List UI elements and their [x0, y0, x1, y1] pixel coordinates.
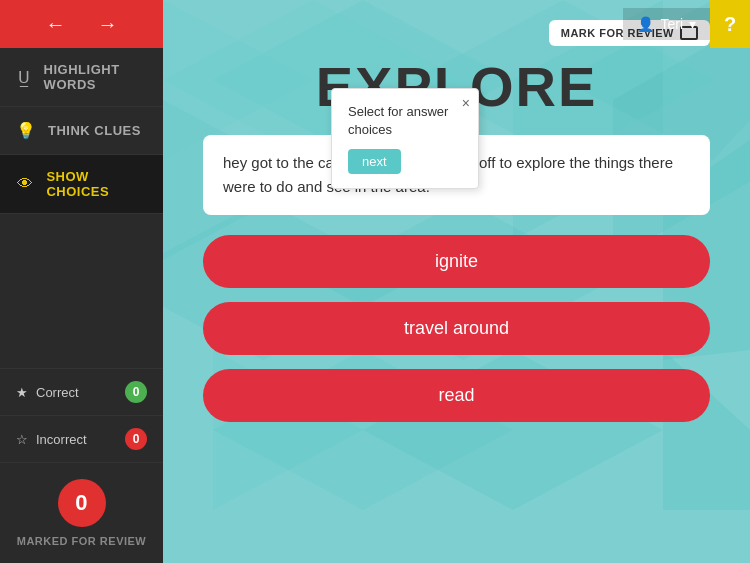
user-icon: 👤	[637, 16, 654, 32]
sidebar-item-show-choices[interactable]: 👁 SHOW CHOICES	[0, 155, 163, 214]
sidebar-item-label: HIGHLIGHT WORDS	[44, 62, 147, 92]
lightbulb-icon: 💡	[16, 121, 36, 140]
incorrect-score-item: ☆ Incorrect 0	[0, 415, 163, 462]
star-outline-icon: ☆	[16, 432, 28, 447]
incorrect-label: Incorrect	[36, 432, 87, 447]
choice-button-3[interactable]: read	[203, 369, 710, 422]
main-area: 👤 Teri ▾ ? MARK FOR REVIEW EXPLORE hey g…	[163, 0, 750, 563]
star-icon: ★	[16, 385, 28, 400]
marked-label: MARKED FOR REVIEW	[17, 535, 147, 547]
choice-button-1[interactable]: ignite	[203, 235, 710, 288]
nav-top: ← →	[0, 0, 163, 48]
correct-badge: 0	[125, 381, 147, 403]
user-name: Teri	[660, 16, 683, 32]
user-menu-button[interactable]: 👤 Teri ▾	[623, 8, 710, 40]
underline-icon: U̲	[16, 68, 32, 87]
tooltip-text: Select for answer choices	[348, 103, 462, 139]
sidebar: ← → U̲ HIGHLIGHT WORDS 💡 THINK CLUES 👁 S…	[0, 0, 163, 563]
main-content: MARK FOR REVIEW EXPLORE hey got to the c…	[163, 0, 750, 456]
correct-label: Correct	[36, 385, 79, 400]
forward-arrow-button[interactable]: →	[98, 13, 118, 36]
choice-button-2[interactable]: travel around	[203, 302, 710, 355]
sidebar-item-think-clues[interactable]: 💡 THINK CLUES	[0, 107, 163, 155]
sidebar-item-label: SHOW CHOICES	[46, 169, 147, 199]
tooltip-popup: × Select for answer choices next	[331, 88, 479, 189]
sidebar-item-label: THINK CLUES	[48, 123, 141, 138]
tooltip-next-button[interactable]: next	[348, 149, 401, 174]
eye-icon: 👁	[16, 175, 34, 193]
back-arrow-button[interactable]: ←	[46, 13, 66, 36]
tooltip-close-button[interactable]: ×	[462, 95, 470, 111]
sidebar-bottom: ★ Correct 0 ☆ Incorrect 0 0 MARKED FOR R…	[0, 368, 163, 563]
dropdown-icon: ▾	[689, 16, 696, 32]
marked-for-review-section: 0 MARKED FOR REVIEW	[0, 462, 163, 563]
incorrect-badge: 0	[125, 428, 147, 450]
correct-score-item: ★ Correct 0	[0, 368, 163, 415]
help-button[interactable]: ?	[710, 0, 750, 48]
marked-count: 0	[58, 479, 106, 527]
sidebar-item-highlight-words[interactable]: U̲ HIGHLIGHT WORDS	[0, 48, 163, 107]
header-bar: 👤 Teri ▾ ?	[623, 0, 750, 48]
